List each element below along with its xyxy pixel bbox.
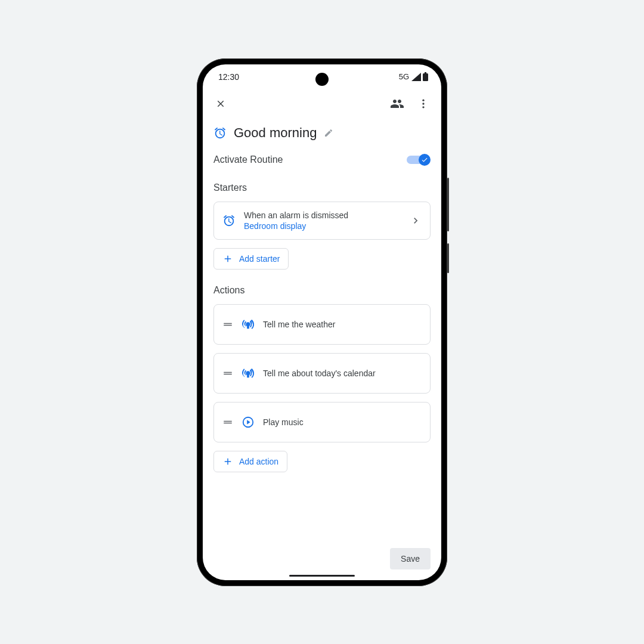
svg-rect-0 [423,73,428,81]
starters-header: Starters [213,182,431,193]
save-bar: Save [390,548,431,569]
alarm-icon [213,126,227,140]
svg-rect-9 [224,420,232,422]
plus-icon [222,253,233,264]
drag-handle[interactable] [222,319,233,330]
action-label: Tell me the weather [263,320,335,329]
broadcast-icon [242,367,255,380]
routine-title: Good morning [234,125,317,141]
add-starter-label: Add starter [239,254,280,264]
front-camera [315,73,329,86]
drag-handle-icon [222,417,233,428]
activate-row: Activate Routine [213,154,431,166]
action-label: Tell me about today's calendar [263,369,376,378]
activate-label: Activate Routine [213,154,283,165]
svg-rect-6 [224,324,232,326]
status-network: 5G [399,72,409,81]
action-card[interactable]: Tell me the weather [213,304,431,345]
overflow-menu-button[interactable] [416,97,431,111]
drag-handle-icon [222,368,233,379]
save-button[interactable]: Save [390,548,431,569]
people-icon [390,97,404,111]
actions-header: Actions [213,285,431,296]
add-starter-button[interactable]: Add starter [213,248,289,270]
broadcast-icon [242,318,255,331]
action-card[interactable]: Play music [213,402,431,442]
battery-icon [423,72,428,81]
phone-volume-button [447,178,449,231]
edit-title-button[interactable] [324,128,333,138]
close-icon [215,98,226,109]
share-people-button[interactable] [390,97,404,111]
close-button[interactable] [213,97,228,111]
svg-rect-8 [224,373,232,374]
alarm-icon [222,214,236,227]
pencil-icon [324,128,333,138]
starter-subtitle: Bedroom display [244,221,401,231]
toggle-thumb [419,154,431,166]
check-icon [421,156,428,163]
svg-rect-10 [224,422,232,423]
phone-frame: 12:30 5G [197,58,447,586]
phone-power-button [447,243,449,273]
svg-rect-5 [224,323,232,324]
svg-rect-7 [224,371,232,373]
title-row: Good morning [213,125,431,141]
content: Good morning Activate Routine Starters [203,118,441,580]
starter-card-body: When an alarm is dismissed Bedroom displ… [244,210,401,231]
chevron-right-icon [410,215,422,227]
screen: 12:30 5G [203,64,441,580]
nav-handle [289,575,355,577]
svg-rect-1 [425,72,426,73]
starter-title: When an alarm is dismissed [244,210,401,220]
app-bar [203,89,441,118]
status-time: 12:30 [218,72,239,82]
drag-handle[interactable] [222,417,233,428]
activate-toggle[interactable] [407,154,431,166]
svg-point-3 [422,103,424,104]
signal-icon [411,73,421,81]
more-vert-icon [417,98,429,110]
drag-handle-icon [222,319,233,330]
action-card[interactable]: Tell me about today's calendar [213,353,431,394]
plus-icon [222,456,233,467]
play-icon [242,416,255,429]
drag-handle[interactable] [222,368,233,379]
status-right: 5G [399,72,428,81]
starter-card[interactable]: When an alarm is dismissed Bedroom displ… [213,202,431,240]
add-action-button[interactable]: Add action [213,451,287,472]
add-action-label: Add action [239,457,278,466]
svg-point-2 [422,99,424,101]
action-label: Play music [263,417,304,427]
svg-point-4 [422,106,424,108]
